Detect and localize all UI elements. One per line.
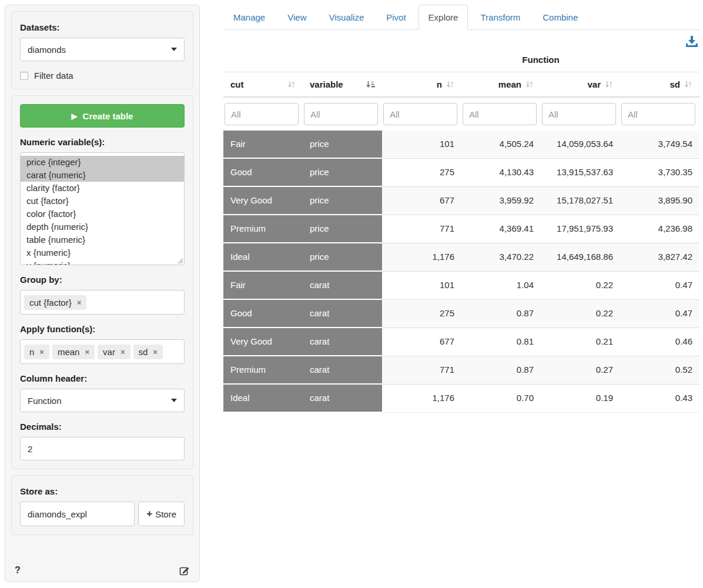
tag-label: var (103, 347, 115, 357)
filter-input-n[interactable] (383, 103, 457, 125)
decimals-input[interactable] (20, 437, 185, 460)
explore-table: cutvariablenmeanvarsd Fairprice1014,505.… (223, 72, 699, 413)
listbox-option[interactable]: x {numeric} (21, 246, 184, 259)
table-row: Idealcarat1,1760.700.190.43 (223, 384, 699, 412)
create-table-button[interactable]: ▶ Create table (20, 104, 185, 128)
listbox-option[interactable]: y {numeric} (21, 259, 184, 265)
value-cell: 101 (382, 131, 461, 158)
dataset-panel: Datasets: diamonds Filter data (11, 11, 193, 89)
listbox-option[interactable]: depth {numeric} (21, 220, 184, 233)
value-cell: 0.87 (461, 356, 541, 384)
edit-report-icon[interactable] (179, 565, 190, 576)
group-by-label: Group by: (20, 275, 185, 285)
group-cell: price (303, 158, 382, 186)
value-cell: 0.22 (541, 271, 620, 299)
col-header-sd[interactable]: sd (620, 72, 699, 98)
value-cell: 677 (382, 328, 461, 356)
listbox-option[interactable]: cut {factor} (21, 195, 184, 208)
group-cell: Premium (223, 215, 303, 243)
group-cell: carat (303, 271, 382, 299)
group-cell: Fair (223, 131, 303, 158)
tab-view[interactable]: View (277, 5, 316, 30)
group-cell: carat (303, 356, 382, 384)
group-cell: Ideal (223, 384, 303, 412)
value-cell: 4,505.24 (461, 131, 541, 158)
tab-pivot[interactable]: Pivot (376, 5, 416, 30)
group-by-tagbox[interactable]: cut {factor}× (20, 290, 185, 315)
checkbox-icon (20, 72, 28, 80)
tag-label: mean (58, 347, 80, 357)
value-cell: 0.47 (620, 271, 699, 299)
value-cell: 3,730.35 (620, 158, 699, 186)
sidebar: Datasets: diamonds Filter data ▶ Create … (5, 5, 200, 582)
filter-row (223, 97, 699, 131)
selected-tag: cut {factor}× (24, 295, 86, 310)
value-cell: 771 (382, 356, 461, 384)
listbox-option[interactable]: carat {numeric} (21, 169, 184, 182)
col-header-mean[interactable]: mean (461, 72, 541, 98)
column-header-select[interactable]: Function (20, 389, 185, 412)
filter-input-mean[interactable] (463, 103, 537, 125)
value-cell: 0.81 (461, 328, 541, 356)
table-row: Faircarat1011.040.220.47 (223, 271, 699, 299)
value-cell: 101 (382, 271, 461, 299)
group-cell: Very Good (223, 328, 303, 356)
filter-input-cut[interactable] (225, 103, 299, 125)
play-icon: ▶ (72, 112, 78, 121)
col-header-cut[interactable]: cut (223, 72, 303, 98)
value-cell: 0.27 (541, 356, 620, 384)
table-row: Premiumcarat7710.870.270.52 (223, 356, 699, 384)
resize-handle[interactable] (177, 258, 183, 264)
listbox-option[interactable]: clarity {factor} (21, 182, 184, 195)
listbox-option[interactable]: price {integer} (21, 156, 184, 169)
download-icon[interactable] (685, 35, 698, 48)
table-row: Premiumprice7714,369.4117,951,975.934,23… (223, 215, 699, 243)
store-as-input[interactable] (20, 502, 135, 526)
table-row: Goodcarat2750.870.220.47 (223, 299, 699, 328)
filter-input-var[interactable] (542, 103, 616, 125)
decimals-label: Decimals: (20, 422, 185, 432)
tab-explore[interactable]: Explore (419, 5, 468, 30)
filter-data-checkbox[interactable]: Filter data (20, 71, 185, 81)
column-header-row: cutvariablenmeanvarsd (223, 72, 699, 98)
col-header-var[interactable]: var (541, 72, 620, 98)
filter-data-label: Filter data (34, 71, 73, 81)
value-cell: 4,369.41 (461, 215, 541, 243)
numeric-vars-listbox[interactable]: price {integer}carat {numeric}clarity {f… (20, 152, 185, 265)
value-cell: 0.70 (461, 384, 541, 412)
col-header-n[interactable]: n (382, 72, 461, 98)
tab-combine[interactable]: Combine (533, 5, 588, 30)
tag-remove-icon[interactable]: × (153, 348, 158, 356)
tag-remove-icon[interactable]: × (120, 348, 125, 356)
tab-transform[interactable]: Transform (470, 5, 530, 30)
help-icon[interactable]: ? (15, 565, 21, 576)
sort-icon (525, 81, 534, 88)
store-button[interactable]: + Store (138, 502, 185, 526)
table-toolbar (223, 30, 699, 52)
value-cell: 3,959.92 (461, 186, 541, 215)
tab-manage[interactable]: Manage (223, 5, 275, 30)
filter-input-variable[interactable] (304, 103, 378, 125)
tag-label: sd (139, 347, 148, 357)
sort-icon (605, 81, 613, 88)
group-cell: Premium (223, 356, 303, 384)
value-cell: 0.52 (620, 356, 699, 384)
tag-remove-icon[interactable]: × (77, 298, 82, 307)
filter-input-sd[interactable] (621, 103, 695, 125)
tag-remove-icon[interactable]: × (39, 348, 44, 356)
group-cell: price (303, 215, 382, 243)
value-cell: 13,915,537.63 (541, 158, 620, 186)
dataset-select[interactable]: diamonds (20, 38, 185, 61)
tab-bar: ManageViewVisualizePivotExploreTransform… (223, 0, 699, 30)
tab-visualize[interactable]: Visualize (319, 5, 374, 30)
value-cell: 1.04 (461, 271, 541, 299)
apply-functions-tagbox[interactable]: n×mean×var×sd× (20, 339, 185, 364)
listbox-option[interactable]: color {factor} (21, 208, 184, 220)
value-cell: 0.87 (461, 299, 541, 328)
value-cell: 14,059,053.64 (541, 131, 620, 158)
apply-functions-label: Apply function(s): (20, 324, 185, 334)
group-cell: Ideal (223, 243, 303, 271)
listbox-option[interactable]: table {numeric} (21, 233, 184, 246)
col-header-variable[interactable]: variable (303, 72, 382, 98)
tag-remove-icon[interactable]: × (85, 348, 89, 356)
